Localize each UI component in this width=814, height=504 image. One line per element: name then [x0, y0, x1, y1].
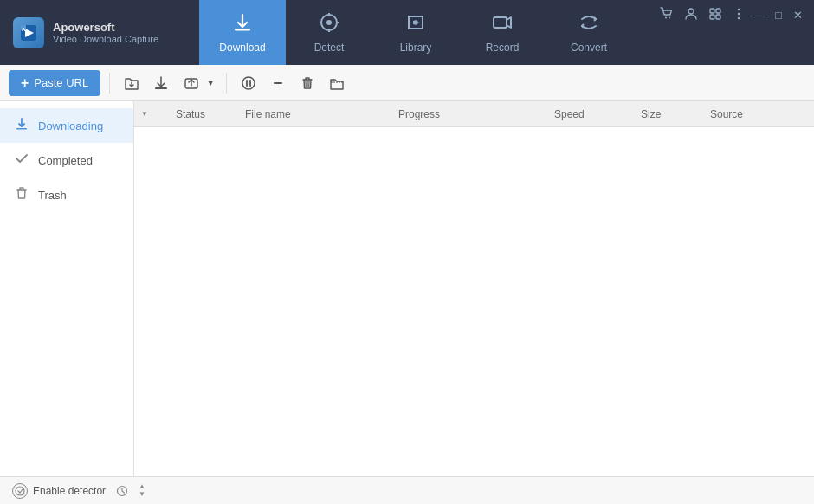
record-icon: [491, 11, 514, 37]
svg-point-17: [669, 17, 670, 19]
content-area: ▼ Status File name Progress Speed Size S…: [134, 101, 814, 476]
close-button[interactable]: ✕: [790, 8, 805, 23]
svg-point-6: [326, 20, 332, 25]
sidebar-item-completed[interactable]: Completed: [0, 143, 133, 178]
completed-label: Completed: [38, 154, 93, 167]
enable-detector[interactable]: Enable detector: [12, 483, 106, 499]
status-bar-sort-arrows[interactable]: ▲ ▼: [139, 483, 145, 499]
download-icon: [231, 11, 254, 37]
status-bar-time-arrows[interactable]: [116, 485, 128, 497]
toolbar-divider-1: [109, 73, 110, 94]
svg-rect-33: [16, 128, 27, 130]
svg-point-24: [738, 13, 740, 15]
tab-convert-label: Convert: [571, 42, 607, 54]
toolbar: + Paste URL ▼: [0, 65, 814, 101]
svg-point-16: [665, 17, 667, 19]
table-header: ▼ Status File name Progress Speed Size S…: [134, 101, 814, 127]
detect-icon: [318, 11, 340, 37]
svg-rect-19: [710, 9, 714, 13]
tab-detect[interactable]: Detect: [286, 0, 372, 65]
svg-text:A: A: [22, 27, 26, 32]
svg-rect-26: [155, 87, 167, 89]
library-icon: [404, 11, 427, 37]
downloading-icon: [14, 117, 29, 134]
trash-icon: [14, 186, 29, 204]
svg-rect-22: [716, 15, 720, 19]
col-source: Source: [703, 108, 807, 120]
export-button: [178, 70, 204, 96]
tab-record[interactable]: Record: [459, 0, 546, 65]
status-bar: Enable detector ▲ ▼: [0, 476, 814, 504]
main-content: Downloading Completed Trash: [0, 101, 814, 476]
nav-tabs: Download Detect: [199, 0, 648, 65]
tab-detect-label: Detect: [314, 42, 345, 54]
svg-marker-15: [507, 17, 511, 28]
svg-point-18: [688, 9, 694, 14]
paste-url-label: Paste URL: [34, 76, 88, 89]
maximize-button[interactable]: □: [771, 8, 786, 23]
tab-convert[interactable]: Convert: [546, 0, 632, 65]
svg-rect-21: [710, 15, 714, 19]
tab-library-label: Library: [400, 42, 432, 54]
svg-rect-20: [716, 9, 720, 13]
tab-library[interactable]: Library: [372, 0, 459, 65]
completed-icon: [14, 152, 29, 169]
col-filename: File name: [238, 108, 391, 120]
open-folder-button[interactable]: [324, 70, 350, 96]
download-button[interactable]: [148, 70, 174, 96]
checkbox-dropdown-arrow[interactable]: ▼: [141, 110, 148, 118]
svg-rect-14: [494, 17, 507, 28]
svg-point-25: [738, 17, 740, 19]
pause-button[interactable]: [236, 70, 262, 96]
export-dropdown-button[interactable]: ▼: [178, 69, 217, 97]
title-bar: A Apowersoft Video Download Capture Down…: [0, 0, 814, 65]
plus-icon: +: [21, 75, 29, 91]
table-body: [134, 127, 814, 476]
grid-icon[interactable]: [705, 5, 726, 25]
tab-record-label: Record: [486, 42, 520, 54]
more-icon[interactable]: [729, 6, 748, 24]
window-controls: — □ ✕: [648, 0, 814, 25]
sidebar-item-trash[interactable]: Trash: [0, 178, 133, 212]
svg-rect-4: [235, 29, 250, 31]
sidebar: Downloading Completed Trash: [0, 101, 134, 476]
trash-label: Trash: [38, 189, 67, 202]
export-dropdown-arrow: ▼: [204, 70, 216, 96]
stop-button[interactable]: [265, 70, 291, 96]
tab-download-label: Download: [219, 42, 265, 54]
col-size: Size: [634, 108, 703, 120]
svg-point-34: [16, 487, 24, 495]
download-folder-button[interactable]: [119, 70, 145, 96]
downloading-label: Downloading: [38, 120, 103, 132]
toolbar-divider-2: [226, 73, 227, 94]
paste-url-button[interactable]: + Paste URL: [9, 70, 100, 96]
delete-button[interactable]: [294, 70, 320, 96]
svg-point-23: [738, 9, 740, 10]
app-icon: A: [13, 17, 44, 48]
user-icon[interactable]: [681, 5, 701, 25]
col-status: Status: [169, 108, 238, 120]
app-logo: A Apowersoft Video Download Capture: [0, 17, 199, 48]
col-speed: Speed: [547, 108, 634, 120]
cart-icon[interactable]: [656, 5, 677, 25]
tab-download[interactable]: Download: [199, 0, 286, 65]
svg-point-28: [242, 77, 255, 89]
detector-icon: [12, 483, 28, 499]
minimize-button[interactable]: —: [752, 8, 767, 23]
col-progress: Progress: [391, 108, 547, 120]
checkbox-col-header[interactable]: ▼: [141, 110, 169, 118]
sidebar-item-downloading[interactable]: Downloading: [0, 108, 133, 143]
enable-detector-label: Enable detector: [33, 485, 106, 497]
convert-icon: [578, 11, 600, 37]
app-name: Apowersoft Video Download Capture: [53, 21, 158, 44]
